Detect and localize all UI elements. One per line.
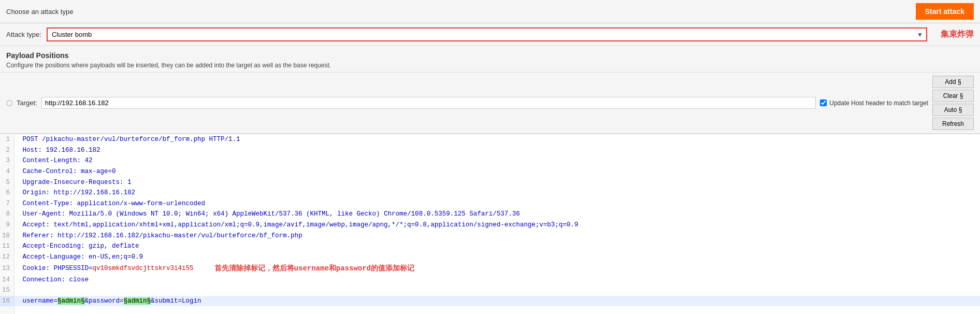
line-content bbox=[15, 285, 23, 296]
line-content: Origin: http://192.168.16.182 bbox=[15, 188, 135, 198]
table-row: 10 Referer: http://192.168.16.182/pikach… bbox=[0, 231, 980, 241]
line-number: 16 bbox=[0, 296, 15, 307]
line-content: Upgrade-Insecure-Requests: 1 bbox=[15, 177, 132, 188]
line-content: Host: 192.168.16.182 bbox=[15, 145, 100, 156]
line-number: 3 bbox=[0, 155, 15, 166]
table-row: 16 username=§admin§&password=§admin§&sub… bbox=[0, 296, 980, 307]
table-row bbox=[0, 306, 980, 314]
update-host-row: Update Host header to match target bbox=[820, 99, 928, 107]
line-content: User-Agent: Mozilla/5.0 (Windows NT 10.0… bbox=[15, 209, 520, 220]
update-host-checkbox[interactable] bbox=[820, 99, 827, 106]
table-row: 13 Cookie: PHPSESSID=qv10smkdfsvdcjttskr… bbox=[0, 263, 980, 275]
table-row: 7 Content-Type: application/x-www-form-u… bbox=[0, 198, 980, 209]
table-row: 2 Host: 192.168.16.182 bbox=[0, 145, 980, 156]
choose-attack-label: Choose an attack type bbox=[6, 8, 73, 16]
update-host-label: Update Host header to match target bbox=[829, 99, 928, 107]
line-content: Content-Type: application/x-www-form-url… bbox=[15, 198, 205, 209]
line-number: 11 bbox=[0, 241, 15, 252]
line-number: 10 bbox=[0, 231, 15, 241]
annotation-line13: 首先清除掉标记，然后将username和password的值添加标记 bbox=[214, 263, 414, 275]
payload-marker-2: §admin§ bbox=[124, 297, 151, 305]
add-button[interactable]: Add § bbox=[932, 76, 974, 88]
line-content: Content-Length: 42 bbox=[15, 155, 93, 166]
auto-button[interactable]: Auto § bbox=[932, 104, 974, 116]
request-editor-wrapper: 1 POST /pikachu-master/vul/burteforce/bf… bbox=[0, 134, 980, 314]
attack-type-row: Attack type: Sniper Battering ram Pitchf… bbox=[0, 23, 980, 46]
target-row: ◯ Target: Update Host header to match ta… bbox=[0, 73, 980, 134]
line-content: Cache-Control: max-age=0 bbox=[15, 166, 116, 177]
target-icon: ◯ bbox=[6, 99, 12, 106]
line-content: Referer: http://192.168.16.182/pikachu-m… bbox=[15, 231, 302, 241]
line-number: 15 bbox=[0, 285, 15, 296]
line-number: 13 bbox=[0, 263, 15, 274]
payload-positions-desc: Configure the positions where payloads w… bbox=[6, 62, 974, 69]
line-number: 7 bbox=[0, 198, 15, 209]
table-row: 11 Accept-Encoding: gzip, deflate bbox=[0, 241, 980, 252]
line-content: Accept: text/html,application/xhtml+xml,… bbox=[15, 220, 578, 231]
line-content: Connection: close bbox=[15, 275, 89, 286]
table-row: 5 Upgrade-Insecure-Requests: 1 bbox=[0, 177, 980, 188]
attack-type-select[interactable]: Sniper Battering ram Pitchfork Cluster b… bbox=[47, 27, 927, 41]
refresh-button[interactable]: Refresh bbox=[932, 118, 974, 130]
line-number: 6 bbox=[0, 188, 15, 198]
table-row: 3 Content-Length: 42 bbox=[0, 155, 980, 166]
cookie-value: qv10smkdfsvdcjttskrv3i4i55 bbox=[93, 265, 194, 272]
attack-type-select-wrapper: Sniper Battering ram Pitchfork Cluster b… bbox=[47, 27, 927, 41]
line-number: 4 bbox=[0, 166, 15, 177]
table-row: 6 Origin: http://192.168.16.182 bbox=[0, 188, 980, 198]
line-content: Accept-Language: en-US,en;q=0.9 bbox=[15, 252, 143, 263]
payload-marker-1: §admin§ bbox=[57, 297, 85, 305]
payload-positions-section: Payload Positions Configure the position… bbox=[0, 46, 980, 73]
top-bar: Choose an attack type Start attack bbox=[0, 0, 980, 23]
table-row: 4 Cache-Control: max-age=0 bbox=[0, 166, 980, 177]
start-attack-button[interactable]: Start attack bbox=[916, 3, 974, 20]
choose-attack-header: Choose an attack type bbox=[6, 8, 73, 16]
table-row: 14 Connection: close bbox=[0, 275, 980, 286]
line-number: 5 bbox=[0, 177, 15, 188]
line-content: Accept-Encoding: gzip, deflate bbox=[15, 241, 139, 252]
line-number: 1 bbox=[0, 134, 15, 145]
attack-type-annotation: 集束炸弹 bbox=[941, 29, 974, 40]
line-number bbox=[0, 306, 15, 314]
target-input[interactable] bbox=[41, 97, 816, 109]
line-content-payload: username=§admin§&password=§admin§&submit… bbox=[15, 296, 201, 307]
line-number: 2 bbox=[0, 145, 15, 156]
payload-positions-title: Payload Positions bbox=[6, 51, 974, 60]
table-row: 12 Accept-Language: en-US,en;q=0.9 bbox=[0, 252, 980, 263]
line-number: 12 bbox=[0, 252, 15, 263]
table-row: 15 bbox=[0, 285, 980, 296]
line-content: POST /pikachu-master/vul/burteforce/bf_f… bbox=[15, 134, 240, 145]
line-number: 8 bbox=[0, 209, 15, 220]
line-content: Cookie: PHPSESSID=qv10smkdfsvdcjttskrv3i… bbox=[15, 263, 194, 274]
table-row: 8 User-Agent: Mozilla/5.0 (Windows NT 10… bbox=[0, 209, 980, 220]
action-buttons: Add § Clear § Auto § Refresh bbox=[932, 76, 974, 130]
line-number: 14 bbox=[0, 275, 15, 286]
clear-button[interactable]: Clear § bbox=[932, 90, 974, 102]
attack-type-label: Attack type: bbox=[6, 31, 41, 38]
line-number: 9 bbox=[0, 220, 15, 231]
table-row: 9 Accept: text/html,application/xhtml+xm… bbox=[0, 220, 980, 231]
table-row: 1 POST /pikachu-master/vul/burteforce/bf… bbox=[0, 134, 980, 145]
target-label: Target: bbox=[17, 99, 37, 107]
request-editor[interactable]: 1 POST /pikachu-master/vul/burteforce/bf… bbox=[0, 134, 980, 314]
